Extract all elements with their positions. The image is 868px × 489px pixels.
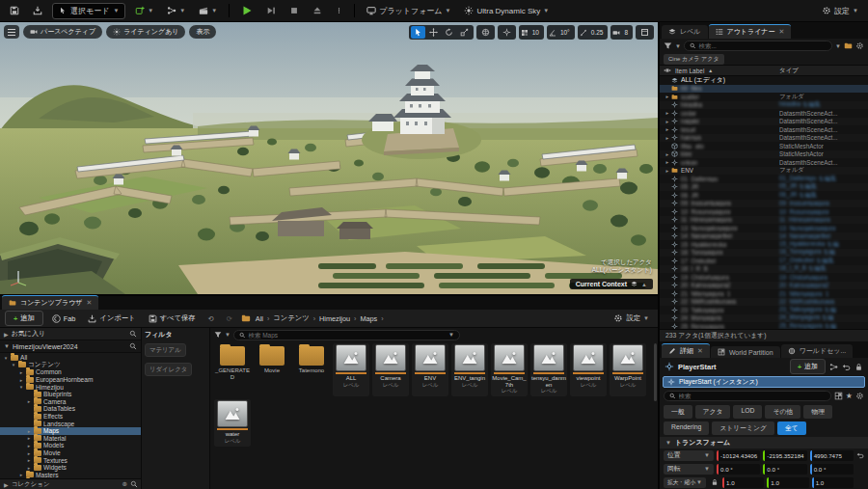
skip-button[interactable] <box>262 4 280 17</box>
source-control-button[interactable] <box>29 4 46 17</box>
outliner-row[interactable]: 01_Daitensyu01_Daitensyu を編集 <box>660 175 868 183</box>
tree-item-maps[interactable]: ▸Maps <box>0 427 141 435</box>
location-z-field[interactable]: 4990.7475 <box>810 450 854 461</box>
asset-folder-_generated[interactable]: _GENERATED <box>214 343 251 396</box>
play-button[interactable] <box>237 3 257 18</box>
outliner-row[interactable]: 00_files <box>660 85 868 94</box>
outliner-row[interactable]: ▸kieeStaticMeshActor <box>660 150 868 159</box>
tab-outliner[interactable]: アウトライナー✕ <box>709 24 792 39</box>
outliner-row[interactable]: 13_Nunogakoyagura13_Nunogakoyagura <box>660 224 868 232</box>
save-button[interactable] <box>6 4 23 17</box>
filter-icon[interactable] <box>664 41 672 50</box>
scale-snap-control[interactable]: 0.25 <box>578 25 609 40</box>
tab-levels[interactable]: レベル <box>662 25 708 39</box>
close-icon[interactable]: ✕ <box>697 347 703 355</box>
actor-type[interactable]: 13_Nunogakoyagura <box>779 225 835 231</box>
actor-type[interactable]: 14_Nanamagaribei <box>779 232 830 239</box>
asset-level-water[interactable]: waterレベル <box>214 399 251 447</box>
history-icon[interactable] <box>842 363 851 371</box>
actor-type[interactable]: 18_I_R_B を編集 <box>779 264 827 273</box>
details-filter-chip[interactable]: アクタ <box>695 405 731 419</box>
tree-item-movie[interactable]: ▸Movie <box>0 449 141 457</box>
outliner-row[interactable]: 16_Tonoyagura16_Tonoyagura を編 <box>660 249 868 258</box>
node-icon[interactable] <box>829 363 838 371</box>
tree-item-datatables[interactable]: DataTables <box>0 405 141 413</box>
tree-item-europeanhornbeam[interactable]: ▸EuropeanHornbeam <box>0 376 141 384</box>
tab-world-settings[interactable]: ワールドセッ... <box>781 344 854 358</box>
details-search-input[interactable] <box>664 391 831 401</box>
actor-type[interactable]: 06_JR を編集 <box>779 191 817 200</box>
asset-search-input[interactable]: ▼ <box>233 330 460 340</box>
outliner-row[interactable]: 22_NWKoshikuruwa22_NWKoshikuruwa <box>660 298 868 307</box>
search-options-dropdown[interactable]: ▼ <box>835 43 841 49</box>
outliner-row[interactable]: ▸nagaieDatasmithSceneAct... <box>660 118 868 126</box>
actor-type[interactable]: 22_NWKoshikuruwa <box>779 298 834 305</box>
viewport[interactable]: パースペクティブ ライティングあり 表示 10 10° 0.25 8 で選択した… <box>0 22 658 294</box>
outliner-row[interactable]: 25_Renoyagura25_Renoyagura を編 <box>660 322 868 329</box>
location-dropdown[interactable]: 位置▼ <box>664 450 714 461</box>
tree-item-masters[interactable]: ▸Masters <box>0 472 141 479</box>
transform-section-header[interactable]: ▼トランスフォーム <box>660 437 868 448</box>
import-button[interactable]: インポート <box>84 312 139 325</box>
rotation-y-field[interactable]: 0.0 ° <box>763 464 806 475</box>
new-folder-icon[interactable] <box>844 41 853 50</box>
asset-level-env[interactable]: ENVレベル <box>412 343 448 396</box>
outliner-row[interactable]: ▸hannyaDatasmithSceneAct... <box>660 134 868 143</box>
outliner-row[interactable]: 10_Rosunoyagura10_Rosunoyagura <box>660 207 868 216</box>
asset-level-viewpoint[interactable]: viewpointレベル <box>570 343 607 396</box>
add-component-button[interactable]: +追加 <box>790 359 826 374</box>
breadcrumb-item[interactable]: コンテンツ <box>273 313 309 323</box>
add-asset-button[interactable]: +追加 <box>5 311 43 326</box>
tab-details[interactable]: 詳細✕ <box>662 343 710 358</box>
eye-icon[interactable] <box>664 67 671 74</box>
tree-item-widgets[interactable]: ▸Widgets <box>0 464 141 472</box>
outliner-row[interactable]: ▸cedarDatasmithSceneAct... <box>660 109 868 118</box>
gear-icon[interactable] <box>855 392 864 400</box>
surface-snap-button[interactable] <box>500 26 514 39</box>
favorites-section[interactable]: ▶お気に入り <box>0 328 141 340</box>
outliner-row[interactable]: 15_Hyakkenroka15_Hyakkenroka を編 <box>660 240 868 249</box>
asset-level-camera[interactable]: Cameraレベル <box>372 343 409 396</box>
world-coord-button[interactable] <box>478 26 493 39</box>
outliner-root-row[interactable]: ALL (エディタ) <box>660 76 868 85</box>
tree-item-common[interactable]: ▸Common <box>0 368 141 376</box>
location-y-field[interactable]: -2195.352184 <box>763 450 806 461</box>
search-icon[interactable] <box>129 342 137 350</box>
close-icon[interactable]: ✕ <box>86 299 92 307</box>
search-icon[interactable] <box>129 330 137 338</box>
outliner-row[interactable]: ▸ENVフォルダ <box>660 167 868 176</box>
camera-speed-control[interactable]: 8 <box>610 25 633 40</box>
blueprints-button[interactable]: ▼ <box>163 4 189 17</box>
ultra-dynamic-sky-dropdown[interactable]: Ultra Dynamic Sky▼ <box>460 4 553 17</box>
cine-camera-actor-chip[interactable]: Cine カメラ アクタ <box>664 54 724 65</box>
location-x-field[interactable]: -10124.43406 <box>717 450 760 461</box>
content-settings-dropdown[interactable]: 設定▼ <box>610 312 653 325</box>
asset-folder-tatemono[interactable]: Tatemono <box>293 343 330 396</box>
select-tool-button[interactable] <box>411 26 425 39</box>
filter-chip[interactable]: リダイレクタ <box>145 363 192 376</box>
stop-button[interactable] <box>285 4 303 17</box>
outliner-row[interactable]: 09_Inosumiyagura09_Inosumiyagura <box>660 200 868 208</box>
filter-icon[interactable] <box>214 331 222 339</box>
back-button[interactable]: ⟲ <box>204 312 218 325</box>
filter-chip[interactable]: マテリアル <box>145 343 186 357</box>
eject-button[interactable] <box>309 4 326 17</box>
asset-folder-movie[interactable]: Movie <box>254 343 290 396</box>
perspective-dropdown[interactable]: パースペクティブ <box>23 25 102 39</box>
outliner-row[interactable]: 20_Kairouyagura220_Kairouyagura2 <box>660 282 868 290</box>
actor-type[interactable]: 21_Nitenyagura_1 <box>779 290 828 297</box>
actor-type[interactable]: 20_Kairouyagura2 <box>779 282 828 288</box>
outliner-row[interactable]: 21_Nitenyagura_121_Nitenyagura_1 <box>660 289 868 298</box>
viewport-options-button[interactable] <box>4 25 19 39</box>
actor-type[interactable]: 25_Renoyagura を編 <box>779 322 836 329</box>
grid-snap-control[interactable]: 10 <box>519 25 544 40</box>
outliner-row[interactable]: 05_JR05_JR を編集 <box>660 183 868 192</box>
asset-level-warppoint[interactable]: WarpPointレベル <box>610 343 646 396</box>
move-tool-button[interactable] <box>426 26 441 39</box>
outliner-row[interactable]: ▸scatterフォルダ <box>660 93 868 101</box>
lit-dropdown[interactable]: ライティングあり <box>106 25 185 39</box>
outliner-row[interactable]: 17_Orekobei17_Orekobei を編集 <box>660 257 868 265</box>
show-dropdown[interactable]: 表示 <box>189 25 216 39</box>
scale-x-field[interactable]: 1.0 <box>722 477 764 488</box>
panel-options-icon[interactable] <box>834 392 843 400</box>
